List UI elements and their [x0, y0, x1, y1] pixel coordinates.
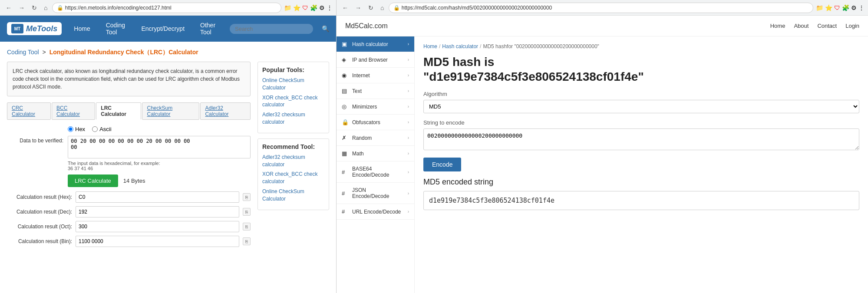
tab-lrc[interactable]: LRC Calculator	[96, 102, 141, 120]
site-logo[interactable]: MT MeTools	[7, 22, 62, 35]
calc-row: LRC Calculate 14 Bytes	[68, 174, 251, 187]
sidebar-item-random[interactable]: ✗ Random ›	[337, 130, 414, 146]
nav-other-tool[interactable]: Other Tool	[197, 20, 221, 37]
left-url-bar[interactable]: 🔒 https://en.metools.info/encoding/ecod1…	[52, 3, 281, 13]
md5-hash-display: "d1e919e7384c5f3e806524138cf01f4e"	[423, 70, 644, 83]
description-text: LRC check calculator, also known as long…	[13, 68, 240, 90]
reload-button[interactable]: ↻	[30, 3, 39, 12]
math-icon: ▦	[342, 150, 349, 157]
right-ext-3: 🛡	[834, 4, 840, 11]
md5-logo: Md5Calc.com	[345, 22, 388, 30]
md5-bc-section[interactable]: Hash calculator	[442, 43, 478, 49]
ext-icon-3: 🛡	[302, 4, 308, 11]
chevron-icon-6: ›	[408, 135, 409, 140]
nav-home[interactable]: Home	[70, 23, 93, 34]
bytes-label: 14 Bytes	[123, 178, 145, 184]
sidebar-item-label-hash: Hash calculator	[352, 41, 404, 47]
sidebar-item-label-minimizers: Minimizers	[352, 104, 404, 110]
browser-extension-icons: 📁 ⭐ 🛡 🧩 ⚙ ⋮	[284, 4, 333, 11]
md5-bc-home[interactable]: Home	[423, 43, 437, 49]
recommend-link-1[interactable]: Adler32 checksum calculator	[262, 154, 324, 168]
sidebar-item-math[interactable]: ▦ Math ›	[337, 146, 414, 161]
sidebar-item-hash-calculator[interactable]: ▣ Hash calculator ›	[337, 36, 414, 52]
copy-icon-hex[interactable]: ⎘	[243, 193, 251, 201]
right-ext-1: 📁	[816, 4, 823, 11]
recommend-link-2[interactable]: XOR check_BCC check calculator	[262, 171, 324, 185]
copy-icon-oct[interactable]: ⎘	[243, 223, 251, 230]
json-icon: #	[342, 190, 349, 197]
md5-nav-login[interactable]: Login	[845, 23, 859, 29]
popular-link-1[interactable]: Online CheckSum Calculator	[262, 77, 324, 92]
recommend-link-3[interactable]: Online CheckSum Calculator	[262, 188, 324, 203]
sidebar-item-label-json: JSON Encode/Decode	[352, 187, 404, 199]
sidebar-item-minimizers[interactable]: ◎ Minimizers ›	[337, 99, 414, 115]
chevron-icon-5: ›	[408, 120, 409, 125]
md5-nav-home[interactable]: Home	[770, 23, 785, 29]
lrc-calculate-button[interactable]: LRC Calculate	[68, 174, 118, 187]
popular-link-2[interactable]: XOR check_BCC check calculator	[262, 94, 324, 109]
right-home-button[interactable]: ⌂	[378, 3, 386, 12]
sidebar-item-label-obfuscators: Obfuscators	[352, 119, 404, 125]
search-icon[interactable]: 🔍	[322, 25, 329, 32]
string-textarea[interactable]: 0020000000000000200000000000	[423, 128, 859, 150]
right-url-text: https://md5calc.com/hash/md5/00200000000…	[402, 5, 552, 11]
right-menu-icon[interactable]: ⋮	[858, 4, 865, 11]
tab-adler32[interactable]: Adler32 Calculator	[200, 102, 251, 120]
result-input-dec[interactable]	[76, 206, 239, 217]
back-button[interactable]: ←	[3, 3, 14, 12]
right-back-button[interactable]: ←	[340, 3, 350, 12]
tab-bar: CRC Calculator BCC Calculator LRC Calcul…	[7, 102, 251, 120]
md5-nav: Home About Contact Login	[770, 23, 859, 29]
popular-tools-title: Popular Tools:	[262, 66, 324, 73]
forward-button[interactable]: →	[17, 3, 27, 12]
breadcrumb-link[interactable]: Coding Tool	[7, 49, 39, 56]
nav-encrypt-decrypt[interactable]: Encrypt/Decrypt	[138, 23, 188, 34]
right-url-bar[interactable]: 🔒 https://md5calc.com/hash/md5/002000000…	[389, 3, 813, 13]
radio-hex[interactable]: Hex	[68, 126, 85, 132]
search-input[interactable]	[230, 24, 313, 34]
result-row-bin: Calculation result (Bin): ⎘	[7, 236, 251, 247]
radio-ascii[interactable]: Ascii	[92, 126, 111, 132]
description-box: LRC check calculator, also known as long…	[7, 62, 251, 96]
result-input-hex[interactable]	[76, 191, 239, 203]
right-reload-button[interactable]: ↻	[366, 3, 376, 12]
radio-ascii-label: Ascii	[99, 126, 111, 132]
encode-button[interactable]: Encode	[423, 158, 461, 171]
left-panel: ← → ↻ ⌂ 🔒 https://en.metools.info/encodi…	[0, 0, 337, 293]
string-label: String to encode	[423, 119, 859, 126]
algorithm-select[interactable]: MD5	[423, 100, 859, 113]
sidebar-item-url[interactable]: # URL Encode/Decode ›	[337, 204, 414, 220]
popular-tools-box: Popular Tools: Online CheckSum Calculato…	[257, 62, 329, 133]
results-area: Calculation result (Hex): ⎘ Calculation …	[7, 191, 251, 247]
md5-title: MD5 hash is"d1e919e7384c5f3e806524138cf0…	[423, 55, 859, 84]
right-forward-button[interactable]: →	[353, 3, 363, 12]
result-input-oct[interactable]	[76, 221, 239, 232]
chevron-icon-1: ›	[408, 57, 409, 62]
home-button[interactable]: ⌂	[42, 3, 50, 12]
menu-icon[interactable]: ⋮	[327, 4, 333, 11]
radio-hex-label: Hex	[75, 126, 85, 132]
result-input-bin[interactable]	[76, 236, 239, 247]
sidebar-item-ip-browser[interactable]: ◈ IP and Browser ›	[337, 52, 414, 68]
breadcrumb-current: Longitudinal Redundancy Check（LRC）Calcul…	[50, 49, 198, 56]
hex-textarea[interactable]: 00 20 00 00 00 00 00 00 20 00 00 00 00 0…	[68, 136, 251, 158]
tab-checksum[interactable]: CheckSum Calculator	[142, 102, 199, 120]
sidebar-item-internet[interactable]: ◉ Internet ›	[337, 68, 414, 83]
sidebar-item-base64[interactable]: # BASE64 Encode/Decode ›	[337, 161, 414, 183]
sidebar-item-label-base64: BASE64 Encode/Decode	[352, 166, 404, 178]
copy-icon-bin[interactable]: ⎘	[243, 237, 251, 245]
algorithm-section: Algorithm MD5	[423, 91, 859, 113]
copy-icon-dec[interactable]: ⎘	[243, 208, 251, 216]
md5-nav-contact[interactable]: Contact	[817, 23, 837, 29]
result-row-hex: Calculation result (Hex): ⎘	[7, 191, 251, 203]
nav-coding-tool[interactable]: Coding Tool	[102, 20, 129, 37]
sidebar-item-text[interactable]: ▤ Text ›	[337, 83, 414, 99]
sidebar-item-obfuscators[interactable]: 🔒 Obfuscators ›	[337, 115, 414, 130]
tab-bcc[interactable]: BCC Calculator	[52, 102, 95, 120]
md5-nav-about[interactable]: About	[794, 23, 809, 29]
string-section: String to encode 00200000000000002000000…	[423, 119, 859, 151]
popular-link-3[interactable]: Adler32 checksum calculator	[262, 111, 324, 126]
breadcrumb: Coding Tool > Longitudinal Redundancy Ch…	[7, 49, 329, 56]
tab-crc[interactable]: CRC Calculator	[7, 102, 51, 120]
sidebar-item-json[interactable]: # JSON Encode/Decode ›	[337, 183, 414, 204]
